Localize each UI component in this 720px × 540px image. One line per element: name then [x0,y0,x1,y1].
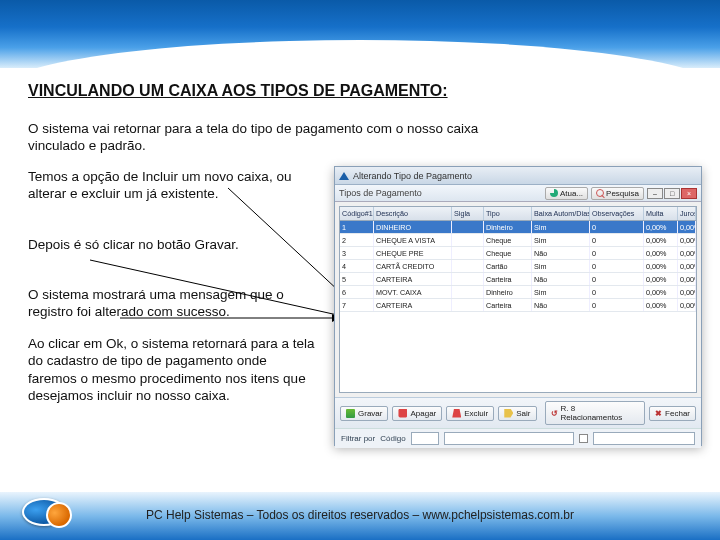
close-icon: ✖ [655,409,662,418]
filter-checkbox[interactable] [579,434,588,443]
col-sigla[interactable]: Sigla [452,207,484,220]
relations-button[interactable]: ↺R. 8 Relacionamentos [545,401,646,425]
paragraph-1: O sistema vai retornar para a tela do ti… [28,120,488,155]
col-obs[interactable]: Observações [590,207,644,220]
save-button[interactable]: Gravar [340,406,388,421]
grid-header: Código#1 Descrição Sigla Tipo Baixa Auto… [340,207,696,221]
data-grid[interactable]: Código#1 Descrição Sigla Tipo Baixa Auto… [339,206,697,393]
search-button[interactable]: Pesquisa [591,187,644,200]
col-codigo[interactable]: Código#1 [340,207,374,220]
footer-text: PC Help Sistemas – Todos os direitos res… [0,508,720,522]
subwindow-title: Tipos de Pagamento [339,188,422,198]
relations-icon: ↺ [551,409,558,418]
table-row[interactable]: 4CARTÃ CREDITOCartãoSim00,00%0,00% [340,260,696,273]
col-multa[interactable]: Multa [644,207,678,220]
exit-icon [504,409,513,418]
window-controls: – □ × [647,188,697,199]
remove-icon [452,409,461,418]
close-window-button[interactable]: × [681,188,697,199]
paragraph-2: Temos a opção de Incluir um novo caixa, … [28,168,318,203]
filter-field-label: Código [380,434,405,443]
filter-row: Filtrar por Código [335,428,701,448]
col-juros[interactable]: Juros a/m [678,207,696,220]
table-row[interactable]: 1DINHEIRODinheiroSim00,00%0,00% [340,221,696,234]
app-icon [339,172,349,180]
col-descricao[interactable]: Descrição [374,207,452,220]
col-baixa[interactable]: Baixa Autom/Dias [532,207,590,220]
table-row[interactable]: 7CARTEIRACarteiraNão00,00%0,00% [340,299,696,312]
filter-text-input[interactable] [444,432,574,445]
slide-title: VINCULANDO UM CAIXA AOS TIPOS DE PAGAMEN… [28,82,448,100]
save-icon [346,409,355,418]
table-row[interactable]: 6MOVT. CAIXADinheiroSim00,00%0,00% [340,286,696,299]
filter-code-input[interactable] [411,432,439,445]
table-row[interactable]: 3CHEQUE PREChequeNão00,00%0,00% [340,247,696,260]
delete-button[interactable]: Apagar [392,406,442,421]
paragraph-4: O sistema mostrará uma mensagem que o re… [28,286,318,321]
filter-extra-input[interactable] [593,432,695,445]
refresh-button[interactable]: Atua... [545,187,588,200]
titlebar-outer: Alterando Tipo de Pagamento [335,167,701,185]
table-row[interactable]: 5CARTEIRACarteiraNão00,00%0,00% [340,273,696,286]
table-row[interactable]: 2CHEQUE A VISTAChequeSim00,00%0,00% [340,234,696,247]
slide: VINCULANDO UM CAIXA AOS TIPOS DE PAGAMEN… [0,0,720,540]
close-button[interactable]: ✖Fechar [649,406,696,421]
delete-icon [398,409,407,418]
app-window: Alterando Tipo de Pagamento Tipos de Pag… [334,166,702,446]
paragraph-5: Ao clicar em Ok, o sistema retornará par… [28,335,318,404]
paragraph-3: Depois é só clicar no botão Gravar. [28,236,258,253]
search-icon [596,189,604,197]
remove-button[interactable]: Excluir [446,406,494,421]
filter-label: Filtrar por [341,434,375,443]
toolbar: Gravar Apagar Excluir Sair ↺R. 8 Relacio… [335,397,701,428]
window-title: Alterando Tipo de Pagamento [353,171,472,181]
col-tipo[interactable]: Tipo [484,207,532,220]
refresh-icon [550,189,558,197]
minimize-button[interactable]: – [647,188,663,199]
titlebar-inner: Tipos de Pagamento Atua... Pesquisa – □ … [335,185,701,202]
maximize-button[interactable]: □ [664,188,680,199]
exit-button[interactable]: Sair [498,406,536,421]
